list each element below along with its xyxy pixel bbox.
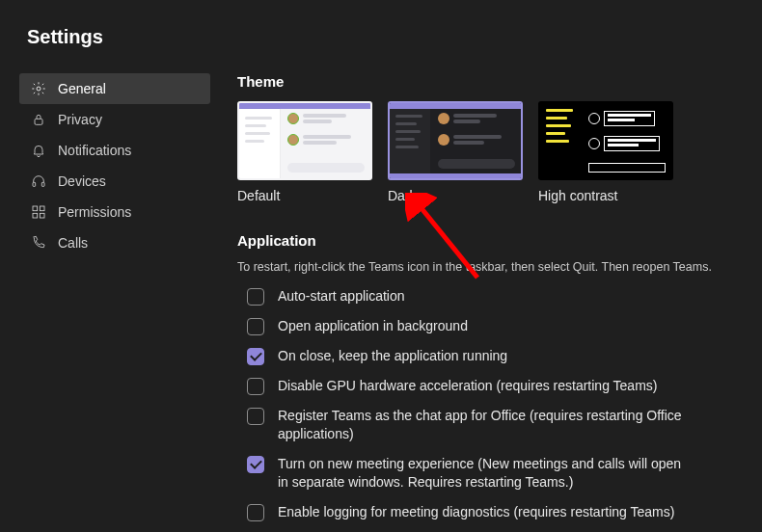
option-autostart: Auto-start application <box>247 287 733 306</box>
checkbox-open-background[interactable] <box>247 318 264 335</box>
svg-rect-7 <box>40 213 44 218</box>
svg-rect-2 <box>33 182 36 186</box>
sidebar-item-label: General <box>58 81 106 96</box>
svg-rect-6 <box>33 213 38 218</box>
theme-options: Default <box>237 101 733 203</box>
application-heading: Application <box>237 232 733 249</box>
close-button[interactable] <box>704 21 735 52</box>
svg-rect-1 <box>35 119 42 124</box>
sidebar-item-label: Permissions <box>58 204 131 220</box>
option-new-meeting: Turn on new meeting experience (New meet… <box>247 455 733 492</box>
sidebar-item-label: Notifications <box>58 143 131 158</box>
theme-high-contrast-preview <box>538 101 673 180</box>
sidebar-item-devices[interactable]: Devices <box>19 166 210 197</box>
option-label: Turn on new meeting experience (New meet… <box>278 455 693 492</box>
checkbox-register-chat[interactable] <box>247 408 264 425</box>
lock-icon <box>31 112 46 127</box>
option-label: Open application in background <box>278 317 468 335</box>
option-open-background: Open application in background <box>247 317 733 335</box>
option-enable-logging: Enable logging for meeting diagnostics (… <box>247 503 733 521</box>
svg-rect-4 <box>33 206 38 211</box>
sidebar-item-label: Privacy <box>58 112 102 127</box>
theme-dark[interactable]: Dark <box>388 101 523 203</box>
checkbox-autostart[interactable] <box>247 288 264 306</box>
svg-rect-5 <box>40 206 44 211</box>
phone-icon <box>31 235 46 251</box>
theme-default-preview <box>237 101 372 180</box>
checkbox-disable-gpu[interactable] <box>247 378 264 395</box>
sidebar-item-label: Devices <box>58 173 106 189</box>
apps-icon <box>31 204 46 220</box>
sidebar-item-notifications[interactable]: Notifications <box>19 135 210 166</box>
headset-icon <box>31 173 46 189</box>
option-disable-gpu: Disable GPU hardware acceleration (requi… <box>247 377 733 395</box>
theme-heading: Theme <box>237 73 733 90</box>
theme-label: Default <box>237 188 372 203</box>
theme-label: High contrast <box>538 188 673 203</box>
checkbox-keep-running[interactable] <box>247 348 264 365</box>
sidebar-item-calls[interactable]: Calls <box>19 227 210 258</box>
svg-rect-3 <box>41 182 44 186</box>
page-title: Settings <box>27 26 103 48</box>
sidebar-item-label: Calls <box>58 235 88 251</box>
theme-default[interactable]: Default <box>237 101 372 203</box>
svg-point-0 <box>37 87 41 91</box>
option-keep-running: On close, keep the application running <box>247 347 733 365</box>
option-label: Enable logging for meeting diagnostics (… <box>278 503 674 521</box>
gear-icon <box>31 81 46 96</box>
application-hint: To restart, right-click the Teams icon i… <box>237 260 733 274</box>
sidebar: General Privacy Notifications Devices Pe… <box>19 73 210 532</box>
theme-label: Dark <box>388 188 523 203</box>
theme-dark-preview <box>388 101 523 180</box>
option-label: On close, keep the application running <box>278 347 507 365</box>
bell-icon <box>31 143 46 158</box>
option-label: Register Teams as the chat app for Offic… <box>278 407 693 443</box>
content-panel: Theme Default <box>237 73 743 532</box>
option-label: Auto-start application <box>278 287 405 306</box>
option-label: Disable GPU hardware acceleration (requi… <box>278 377 657 395</box>
checkbox-enable-logging[interactable] <box>247 504 264 521</box>
sidebar-item-permissions[interactable]: Permissions <box>19 197 210 227</box>
theme-high-contrast[interactable]: High contrast <box>538 101 673 203</box>
sidebar-item-general[interactable]: General <box>19 73 210 104</box>
checkbox-new-meeting[interactable] <box>247 456 264 473</box>
sidebar-item-privacy[interactable]: Privacy <box>19 104 210 135</box>
option-register-chat: Register Teams as the chat app for Offic… <box>247 407 733 443</box>
